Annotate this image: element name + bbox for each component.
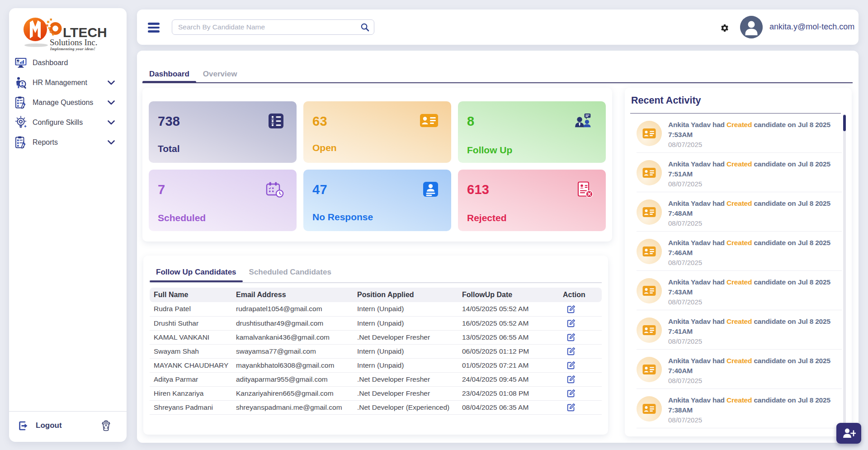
cell-email: shreyanspadmani.me@gmail.com [232, 400, 353, 414]
stat-value: 738 [158, 113, 180, 129]
recycle-bin-icon[interactable] [101, 420, 111, 433]
topbar: ankita.y@mol-tech.com [137, 9, 859, 45]
activity-item[interactable]: Ankita Yadav had Created candidate on Ju… [625, 192, 842, 232]
cell-followup-date: 23/04/2025 01:08 PM [458, 386, 557, 400]
activity-scrollbar-thumb[interactable] [843, 115, 846, 131]
open-idcard-icon [420, 113, 439, 130]
search-icon[interactable] [360, 23, 369, 32]
activity-date: 08/07/2025 [668, 180, 842, 188]
activity-item[interactable]: Ankita Yadav had Created candidate on Ju… [625, 350, 842, 389]
stat-card-noresponse[interactable]: 47 No Response [303, 170, 451, 231]
activity-message: Ankita Yadav had Created candidate on Ju… [668, 395, 842, 415]
logout-label: Logout [36, 421, 62, 430]
idcard-icon [642, 167, 656, 178]
logout-icon [18, 421, 28, 433]
sidebar-item-dashboard[interactable]: Dashboard [9, 53, 127, 73]
search-box [172, 19, 374, 35]
add-candidate-fab[interactable] [836, 423, 861, 444]
configure-skills-icon [14, 116, 28, 129]
brand-logo: LTECH Solutions Inc. Implementing your i… [9, 14, 127, 50]
sidebar-item-label: Manage Questions [33, 99, 93, 107]
stat-label: Scheduled [158, 212, 284, 224]
col-followup-date: FollowUp Date [458, 288, 557, 302]
cell-position: .Net Developer Fresher [353, 386, 458, 400]
stat-card-scheduled[interactable]: 7 [149, 170, 297, 231]
sidebar-item-label: Reports [33, 138, 58, 147]
table-row: Swayam Shah swayamsa77@gmail.com Intern … [150, 344, 602, 358]
activity-item[interactable]: Ankita Yadav had Created candidate on Ju… [625, 232, 842, 271]
stat-value: 7 [158, 181, 165, 198]
table-header-row: Full Name Email Address Position Applied… [150, 288, 602, 302]
stat-label: Follow Up [467, 144, 593, 156]
cell-email: kamalvankani436@gmail.com [232, 330, 353, 344]
activity-item[interactable]: Ankita Yadav had Created candidate on Ju… [625, 389, 842, 428]
cell-followup-date: 01/05/2025 07:21 AM [458, 358, 557, 372]
cell-full-name: KAMAL VANKANI [150, 330, 232, 344]
stat-card-total[interactable]: 738 [149, 101, 297, 163]
activity-item[interactable]: Ankita Yadav had Created candidate on Ju… [625, 114, 842, 153]
idcard-icon [642, 207, 656, 218]
chevron-down-icon [108, 138, 115, 147]
activity-avatar [637, 199, 662, 225]
stat-card-followup[interactable]: 8 [458, 101, 606, 163]
activity-item[interactable]: Ankita Yadav had Created candidate on Ju… [625, 310, 842, 350]
sidebar-item-hr-management[interactable]: HR Management [9, 73, 127, 93]
cell-full-name: Drushti Suthar [150, 316, 232, 330]
edit-icon[interactable] [566, 374, 576, 384]
tab-overview[interactable]: Overview [196, 65, 244, 83]
cell-full-name: Aditya Parmar [150, 372, 232, 386]
edit-icon[interactable] [566, 360, 576, 370]
tab-followup-candidates[interactable]: Follow Up Candidates [150, 264, 243, 280]
edit-icon[interactable] [566, 388, 576, 398]
idcard-icon [642, 285, 656, 296]
table-row: KAMAL VANKANI kamalvankani436@gmail.com … [150, 330, 602, 344]
activity-action: Created [726, 317, 752, 325]
cell-position: Intern (Unpaid) [353, 316, 458, 330]
user-email[interactable]: ankita.y@mol-tech.com [769, 22, 854, 32]
stat-value: 47 [312, 181, 327, 198]
sidebar-item-manage-questions[interactable]: Manage Questions [9, 93, 127, 113]
cell-position: Intern (Unpaid) [353, 358, 458, 372]
stat-label: Open [312, 142, 439, 154]
cell-email: swayamsa77@gmail.com [232, 344, 353, 358]
edit-icon[interactable] [566, 304, 576, 314]
edit-icon[interactable] [566, 332, 576, 342]
activity-avatar [637, 121, 662, 146]
table-body: Rudra Patel rudrapatel1054@gmail.com Int… [150, 302, 602, 414]
user-avatar[interactable] [740, 16, 763, 38]
cell-followup-date: 13/05/2025 06:55 AM [458, 330, 557, 344]
sidebar-nav: Dashboard HR Management [9, 53, 127, 152]
edit-icon[interactable] [566, 346, 576, 356]
table-row: Hiren Kanzariya Kanzariyahiren665@gmail.… [150, 386, 602, 400]
recent-activity-panel: Recent Activity Ankita Yad [625, 88, 852, 436]
activity-date: 08/07/2025 [668, 219, 842, 227]
idcard-icon [642, 364, 656, 375]
cell-followup-date: 06/05/2025 01:12 PM [458, 344, 557, 358]
cell-position: .Net Developer Fresher [353, 330, 458, 344]
sidebar-item-configure-skills[interactable]: Configure Skills [9, 113, 127, 133]
tab-scheduled-candidates[interactable]: Scheduled Candidates [243, 264, 338, 280]
table-row: Aditya Parmar adityaparmar955@gmail.com … [150, 372, 602, 386]
search-input[interactable] [172, 23, 360, 31]
edit-icon[interactable] [566, 318, 576, 328]
sidebar-item-label: HR Management [33, 79, 87, 87]
activity-action: Created [726, 396, 752, 404]
followup-table: Full Name Email Address Position Applied… [150, 288, 602, 415]
table-row: MAYANK CHAUDHARY mayankbhatol6308@gmail.… [150, 358, 602, 372]
activity-item[interactable]: Ankita Yadav had Created candidate on Ju… [625, 271, 842, 310]
activity-scrollbar-track[interactable] [843, 114, 846, 427]
logout-button[interactable]: Logout [9, 416, 127, 436]
edit-icon[interactable] [566, 403, 576, 412]
cell-email: adityaparmar955@gmail.com [232, 372, 353, 386]
brand-subtitle: Solutions Inc. [50, 38, 98, 47]
activity-item[interactable]: Ankita Yadav had Created candidate on Ju… [625, 153, 842, 192]
settings-gear-icon[interactable] [720, 24, 729, 34]
stat-card-rejected[interactable]: 613 [458, 170, 606, 231]
table-row: Shreyans Padmani shreyanspadmani.me@gmai… [150, 400, 602, 414]
sidebar-item-reports[interactable]: Reports [9, 133, 127, 152]
stat-card-open[interactable]: 63 Open [303, 101, 451, 163]
reports-icon [14, 136, 28, 149]
menu-toggle-icon[interactable] [148, 23, 160, 33]
tab-dashboard[interactable]: Dashboard [142, 65, 196, 83]
activity-avatar [637, 239, 662, 264]
